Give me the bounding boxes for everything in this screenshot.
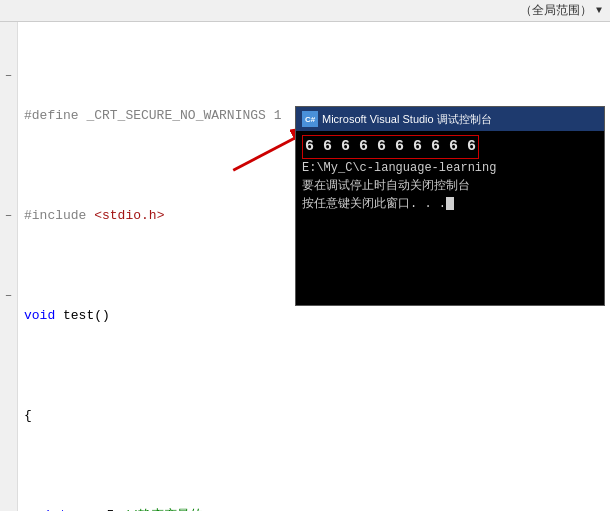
top-bar: （全局范围） ▼: [0, 0, 610, 22]
console-path-line: E:\My_C\c-language-learning: [302, 159, 598, 177]
gutter-line-20: [2, 406, 16, 426]
gutter-line-11: [2, 226, 16, 246]
gutter-line-17: [2, 346, 16, 366]
cursor: [446, 197, 454, 210]
gutter-fold-void[interactable]: −: [2, 66, 16, 86]
scope-label: （全局范围）: [520, 2, 592, 19]
code-line-3: void test(): [24, 306, 610, 326]
gutter-line-7: [2, 146, 16, 166]
gutter-line-21: [2, 426, 16, 446]
console-info2: 按任意键关闭此窗口. . .: [302, 195, 598, 213]
editor: − − − #define _CRT_SECURE_NO_WARNINGS: [0, 22, 610, 511]
console-numbers: 6 6 6 6 6 6 6 6 6 6: [302, 135, 479, 159]
console-titlebar: C# Microsoft Visual Studio 调试控制台: [296, 107, 604, 131]
gutter-line-9: [2, 186, 16, 206]
gutter-line-4: [2, 86, 16, 106]
gutter-line-18: [2, 366, 16, 386]
gutter-line-1: [2, 26, 16, 46]
gutter: − − −: [0, 22, 18, 511]
gutter-fold-while[interactable]: −: [2, 286, 16, 306]
gutter-line-2: [2, 46, 16, 66]
dropdown-arrow[interactable]: ▼: [596, 5, 602, 16]
gutter-line-13: [2, 266, 16, 286]
console-body: 6 6 6 6 6 6 6 6 6 6 E:\My_C\c-language-l…: [296, 131, 604, 305]
gutter-line-19: [2, 386, 16, 406]
code-line-4: {: [24, 406, 610, 426]
console-numbers-line: 6 6 6 6 6 6 6 6 6 6: [302, 135, 598, 159]
gutter-line-15: [2, 306, 16, 326]
gutter-line-6: [2, 126, 16, 146]
console-title-text: Microsoft Visual Studio 调试控制台: [322, 112, 492, 127]
code-line-5: int a = 5;//静态变量的: [24, 506, 610, 511]
gutter-line-16: [2, 326, 16, 346]
console-info1: 要在调试停止时自动关闭控制台: [302, 177, 598, 195]
gutter-fold-int[interactable]: −: [2, 206, 16, 226]
console-popup: C# Microsoft Visual Studio 调试控制台 6 6 6 6…: [295, 106, 605, 306]
gutter-line-12: [2, 246, 16, 266]
gutter-line-8: [2, 166, 16, 186]
gutter-line-5: [2, 106, 16, 126]
console-icon: C#: [302, 111, 318, 127]
